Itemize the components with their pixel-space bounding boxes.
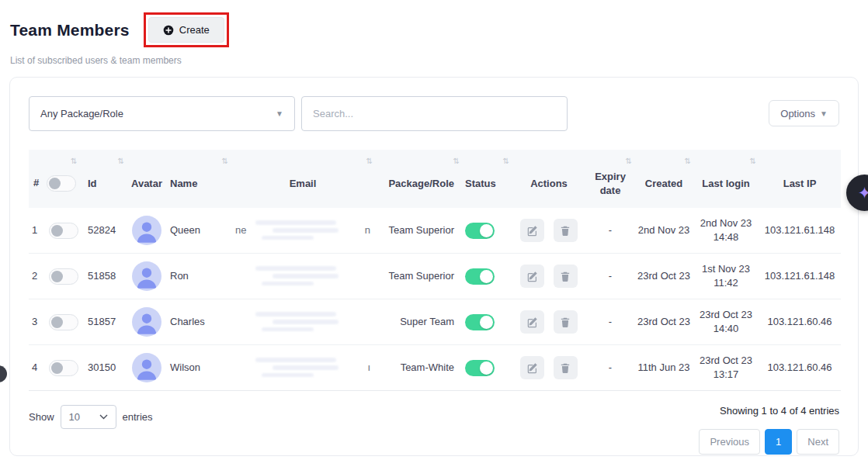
user-name: Ron	[170, 270, 189, 282]
select-all-toggle[interactable]	[47, 175, 76, 192]
chevron-down-icon	[99, 414, 108, 420]
status-toggle[interactable]	[465, 314, 495, 330]
expiry-date: -	[609, 270, 612, 282]
avatar	[132, 216, 161, 245]
user-email-redacted: ı	[234, 354, 372, 382]
expiry-date: -	[609, 224, 612, 236]
show-entries: Show 10 entries	[29, 405, 153, 429]
user-name: Queen	[170, 224, 200, 236]
show-label: Show	[29, 411, 54, 423]
pagination: Previous 1 Next	[699, 429, 839, 455]
row-index: 2	[32, 269, 43, 283]
search-input[interactable]	[301, 96, 568, 131]
column-header-email[interactable]: Email ⇅	[231, 150, 375, 208]
options-button[interactable]: Options ▼	[769, 100, 839, 126]
user-id: 52824	[88, 224, 116, 236]
delete-button[interactable]	[554, 310, 578, 334]
sort-icon: ⇅	[750, 156, 756, 167]
package-role-value: Team Superior	[388, 224, 454, 236]
page-1-button[interactable]: 1	[765, 429, 792, 455]
next-page-button[interactable]: Next	[797, 429, 839, 455]
options-button-label: Options	[780, 108, 815, 119]
edit-button[interactable]	[520, 219, 544, 242]
last-login: 1st Nov 23 11:42	[702, 263, 750, 289]
last-ip: 103.121.61.148	[765, 224, 835, 236]
edit-icon	[526, 271, 538, 282]
filter-row: Any Package/Role ▼ Options ▼	[29, 96, 839, 131]
package-role-value: Team Superior	[388, 270, 454, 282]
column-header-expiry-date[interactable]: Expiry date ⇅	[586, 150, 634, 208]
created-date: 23rd Oct 23	[637, 316, 690, 327]
trash-icon	[560, 271, 571, 282]
column-header-name[interactable]: Name ⇅	[167, 150, 231, 208]
annotation-box: Create	[144, 12, 229, 47]
user-email-redacted	[234, 308, 372, 336]
last-login: 2nd Nov 23 14:48	[700, 217, 752, 243]
entries-label: entries	[123, 411, 153, 423]
column-header-index[interactable]: # ⇅	[29, 150, 85, 208]
column-header-actions: Actions	[512, 150, 586, 208]
avatar	[132, 353, 161, 382]
create-button-label: Create	[179, 24, 210, 36]
status-toggle[interactable]	[465, 360, 495, 376]
edit-icon	[526, 316, 538, 328]
left-edge-widget	[0, 365, 7, 382]
avatar	[132, 307, 161, 337]
table-row: 1 52824 Queen ne n Team Superior	[29, 208, 841, 254]
user-email-redacted	[234, 262, 372, 290]
row-select-toggle[interactable]	[49, 268, 78, 285]
team-members-card: Any Package/Role ▼ Options ▼ # ⇅ Id	[9, 77, 859, 456]
row-select-toggle[interactable]	[49, 360, 78, 376]
user-name: Charles	[170, 316, 205, 327]
table-row: 2 51858 Ron Team Superior	[29, 254, 841, 299]
table-body: 1 52824 Queen ne n Team Superior	[29, 208, 841, 391]
sort-icon: ⇅	[626, 156, 632, 167]
row-index: 4	[32, 361, 43, 375]
expiry-date: -	[609, 316, 612, 327]
trash-icon	[560, 362, 571, 374]
delete-button[interactable]	[554, 265, 578, 288]
table-header: # ⇅ Id ⇅ Avatar Name ⇅ Email ⇅	[29, 150, 841, 208]
entries-summary: Showing 1 to 4 of 4 entries	[720, 405, 839, 417]
row-index: 1	[32, 223, 43, 237]
previous-page-button[interactable]: Previous	[699, 429, 760, 455]
page-size-value: 10	[69, 411, 80, 423]
package-role-value: Team-White	[401, 361, 454, 373]
column-header-status[interactable]: Status ⇅	[462, 150, 512, 208]
edit-button[interactable]	[520, 310, 544, 334]
page-title: Team Members	[10, 21, 130, 40]
create-button[interactable]: Create	[148, 17, 224, 43]
sort-icon: ⇅	[453, 156, 460, 167]
delete-button[interactable]	[554, 219, 578, 242]
column-header-last-login[interactable]: Last login ⇅	[693, 150, 759, 208]
avatar	[132, 261, 161, 291]
status-toggle[interactable]	[465, 223, 495, 239]
sort-icon: ⇅	[118, 156, 124, 167]
last-login: 23rd Oct 23 13:17	[700, 355, 752, 380]
package-role-select[interactable]: Any Package/Role ▼	[29, 96, 295, 131]
team-members-table: # ⇅ Id ⇅ Avatar Name ⇅ Email ⇅	[29, 150, 841, 391]
column-header-avatar: Avatar	[127, 150, 167, 208]
column-header-package-role[interactable]: Package/Role ⇅	[375, 150, 462, 208]
edit-button[interactable]	[520, 356, 544, 379]
status-toggle[interactable]	[465, 268, 495, 285]
user-id: 51858	[88, 270, 116, 282]
page-size-select[interactable]: 10	[61, 405, 116, 429]
table-row: 3 51857 Charles Super Team	[29, 299, 841, 345]
sort-icon: ⇅	[685, 156, 691, 167]
expiry-date: -	[609, 361, 612, 373]
delete-button[interactable]	[554, 356, 578, 379]
user-name: Wilson	[170, 361, 200, 373]
column-header-id[interactable]: Id ⇅	[85, 150, 127, 208]
column-header-created[interactable]: Created ⇅	[634, 150, 693, 208]
row-index: 3	[32, 315, 43, 329]
row-select-toggle[interactable]	[49, 223, 78, 239]
trash-icon	[560, 225, 571, 237]
row-select-toggle[interactable]	[49, 314, 78, 330]
edit-button[interactable]	[520, 265, 544, 288]
page-subtitle: List of subscribed users & team members	[0, 47, 868, 66]
edit-icon	[526, 362, 538, 374]
user-id: 30150	[88, 361, 116, 373]
column-header-last-ip: Last IP	[759, 150, 841, 208]
last-ip: 103.121.60.46	[767, 361, 832, 373]
